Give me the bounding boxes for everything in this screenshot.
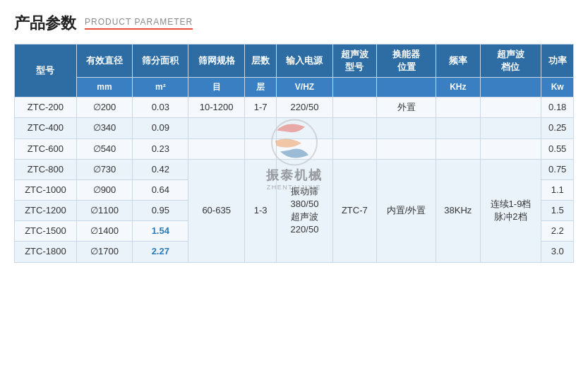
cell-power-input bbox=[277, 138, 332, 159]
cell-power-input: 振动筛 380/50 超声波 220/50 bbox=[277, 159, 332, 262]
cell-model: ZTC-1500 bbox=[15, 221, 77, 242]
table-row: ZTC-400∅3400.090.25 bbox=[15, 118, 574, 138]
cell-frequency bbox=[436, 98, 480, 118]
cell-model: ZTC-400 bbox=[15, 118, 77, 138]
cell-ultrasonic-level bbox=[480, 138, 541, 159]
cell-model: ZTC-200 bbox=[15, 98, 77, 118]
cell-ultrasonic-type bbox=[332, 98, 376, 118]
cell-frequency bbox=[436, 138, 480, 159]
col-header-area: 筛分面积 bbox=[133, 45, 188, 78]
cell-power: 0.18 bbox=[541, 98, 574, 118]
cell-transducer-pos bbox=[377, 118, 436, 138]
col-sub-mesh: 目 bbox=[188, 78, 244, 98]
table-container: 振泰机械 ZHENTAIJIXIE 型号 有效直径 筛分面积 筛网规格 层数 输… bbox=[14, 44, 574, 263]
cell-layers bbox=[244, 118, 277, 138]
cell-power-input bbox=[277, 118, 332, 138]
cell-mesh: 10-1200 bbox=[188, 98, 244, 118]
cell-frequency: 38KHz bbox=[436, 159, 480, 262]
table-row: ZTC-600∅5400.230.55 bbox=[15, 138, 574, 159]
cell-mesh bbox=[188, 118, 244, 138]
cell-transducer-pos: 内置/外置 bbox=[377, 159, 436, 262]
col-sub-frequency: KHz bbox=[436, 78, 480, 98]
col-sub-transducer bbox=[377, 78, 436, 98]
col-header-ultrasonic-type: 超声波型号 bbox=[332, 45, 376, 78]
page-title-cn: 产品参数 bbox=[14, 13, 76, 34]
col-sub-layers: 层 bbox=[244, 78, 277, 98]
col-header-diameter: 有效直径 bbox=[76, 45, 132, 78]
cell-power: 3.0 bbox=[541, 242, 574, 262]
cell-layers bbox=[244, 138, 277, 159]
col-sub-power: Kw bbox=[541, 78, 574, 98]
params-table: 型号 有效直径 筛分面积 筛网规格 层数 输入电源 超声波型号 换能器位置 频率… bbox=[14, 44, 574, 263]
cell-area: 0.64 bbox=[133, 179, 188, 200]
col-sub-ultrasonic-level bbox=[480, 78, 541, 98]
cell-ultrasonic-level: 连续1-9档 脉冲2档 bbox=[480, 159, 541, 262]
cell-ultrasonic-type bbox=[332, 118, 376, 138]
cell-model: ZTC-1000 bbox=[15, 179, 77, 200]
col-header-model: 型号 bbox=[15, 45, 77, 98]
cell-transducer-pos: 外置 bbox=[377, 98, 436, 118]
cell-frequency bbox=[436, 118, 480, 138]
cell-power-input: 220/50 bbox=[277, 98, 332, 118]
col-sub-diameter: mm bbox=[76, 78, 132, 98]
cell-power: 1.5 bbox=[541, 201, 574, 221]
col-sub-area: m² bbox=[133, 78, 188, 98]
table-row: ZTC-200∅2000.0310-12001-7220/50外置0.18 bbox=[15, 98, 574, 118]
cell-transducer-pos bbox=[377, 138, 436, 159]
cell-area: 0.42 bbox=[133, 159, 188, 179]
col-header-power-input: 输入电源 bbox=[277, 45, 332, 78]
col-sub-ultrasonic-type bbox=[332, 78, 376, 98]
cell-area: 0.03 bbox=[133, 98, 188, 118]
cell-model: ZTC-1800 bbox=[15, 242, 77, 262]
cell-model: ZTC-800 bbox=[15, 159, 77, 179]
cell-model: ZTC-600 bbox=[15, 138, 77, 159]
col-header-power: 功率 bbox=[541, 45, 574, 78]
page-title-en: PRODUCT PARAMETER bbox=[85, 17, 193, 30]
col-header-layers: 层数 bbox=[244, 45, 277, 78]
cell-power: 2.2 bbox=[541, 221, 574, 242]
page-wrapper: 产品参数 PRODUCT PARAMETER 振泰机械 ZHENTAIJIXIE… bbox=[0, 0, 588, 390]
cell-area: 2.27 bbox=[133, 242, 188, 262]
cell-mesh bbox=[188, 138, 244, 159]
cell-power: 1.1 bbox=[541, 179, 574, 200]
cell-mesh: 60-635 bbox=[188, 159, 244, 262]
cell-ultrasonic-type: ZTC-7 bbox=[332, 159, 376, 262]
cell-power: 0.55 bbox=[541, 138, 574, 159]
col-header-transducer: 换能器位置 bbox=[377, 45, 436, 78]
col-header-ultrasonic-level: 超声波档位 bbox=[480, 45, 541, 78]
cell-area: 0.95 bbox=[133, 201, 188, 221]
cell-area: 0.23 bbox=[133, 138, 188, 159]
cell-area: 0.09 bbox=[133, 118, 188, 138]
col-header-frequency: 频率 bbox=[436, 45, 480, 78]
cell-diameter: ∅1100 bbox=[76, 201, 132, 221]
cell-ultrasonic-type bbox=[332, 138, 376, 159]
cell-power: 0.75 bbox=[541, 159, 574, 179]
cell-ultrasonic-level bbox=[480, 118, 541, 138]
cell-diameter: ∅340 bbox=[76, 118, 132, 138]
cell-diameter: ∅1700 bbox=[76, 242, 132, 262]
cell-model: ZTC-1200 bbox=[15, 201, 77, 221]
cell-diameter: ∅730 bbox=[76, 159, 132, 179]
cell-power: 0.25 bbox=[541, 118, 574, 138]
cell-diameter: ∅1400 bbox=[76, 221, 132, 242]
cell-diameter: ∅900 bbox=[76, 179, 132, 200]
table-row: ZTC-800∅7300.4260-6351-3振动筛 380/50 超声波 2… bbox=[15, 159, 574, 179]
cell-diameter: ∅200 bbox=[76, 98, 132, 118]
cell-ultrasonic-level bbox=[480, 98, 541, 118]
cell-layers: 1-7 bbox=[244, 98, 277, 118]
col-sub-power-input: V/HZ bbox=[277, 78, 332, 98]
cell-diameter: ∅540 bbox=[76, 138, 132, 159]
cell-layers: 1-3 bbox=[244, 159, 277, 262]
cell-area: 1.54 bbox=[133, 221, 188, 242]
col-header-mesh: 筛网规格 bbox=[188, 45, 244, 78]
page-title-area: 产品参数 PRODUCT PARAMETER bbox=[14, 13, 574, 34]
